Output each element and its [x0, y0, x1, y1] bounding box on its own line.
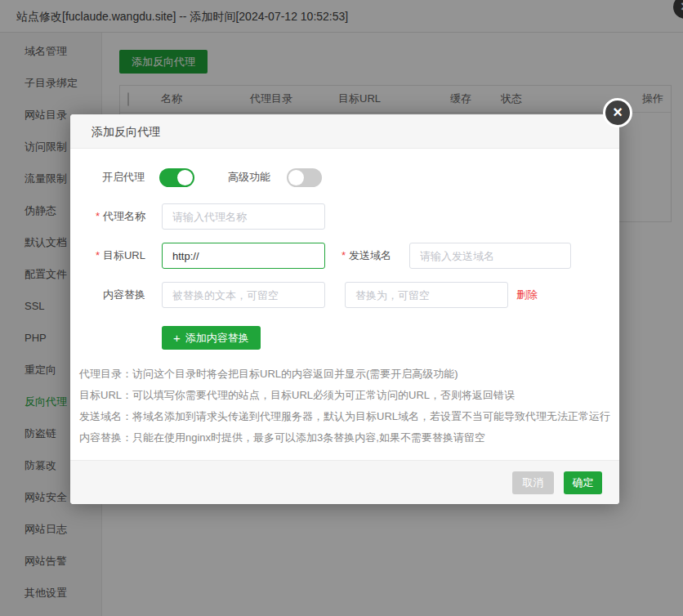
target-url-row: *目标URL *发送域名 [70, 243, 571, 269]
replace-to-input[interactable] [345, 282, 508, 308]
add-replace-label: 添加内容替换 [185, 331, 249, 346]
help-line-replace: 内容替换：只能在使用nginx时提供，最多可以添加3条替换内容,如果不需要替换请… [79, 427, 610, 449]
send-domain-input[interactable] [409, 243, 571, 269]
toggles-row: 开启代理 高级功能 [70, 167, 322, 187]
plus-icon: + [173, 332, 181, 344]
enable-proxy-toggle[interactable] [159, 168, 194, 187]
replace-from-input[interactable] [162, 282, 325, 308]
help-line-target-url: 目标URL：可以填写你需要代理的站点，目标URL必须为可正常访问的URL，否则将… [79, 385, 610, 406]
confirm-button[interactable]: 确定 [564, 471, 602, 494]
target-url-input[interactable] [162, 243, 325, 269]
advanced-feature-label: 高级功能 [228, 170, 270, 185]
required-asterisk: * [96, 210, 100, 222]
proxy-name-label: *代理名称 [70, 209, 145, 224]
proxy-name-row: *代理名称 [70, 203, 325, 230]
help-text-block: 代理目录：访问这个目录时将会把目标URL的内容返回并显示(需要开启高级功能) 目… [79, 364, 610, 449]
site-edit-window: 站点修改[fuclaude.wangdu.site] -- 添加时间[2024-… [0, 0, 683, 616]
content-replace-row: 内容替换 删除 [70, 282, 538, 308]
dialog-title: 添加反向代理 [70, 114, 619, 149]
add-replace-row: + 添加内容替换 [70, 326, 261, 350]
proxy-name-input[interactable] [162, 203, 325, 230]
add-content-replace-button[interactable]: + 添加内容替换 [162, 326, 261, 350]
enable-proxy-label: 开启代理 [102, 170, 145, 185]
advanced-feature-toggle[interactable] [287, 168, 322, 187]
add-reverse-proxy-dialog: 添加反向代理 × 开启代理 高级功能 *代理名称 *目标URL *发送域名 内容… [70, 114, 619, 504]
dialog-close-icon[interactable]: × [603, 98, 632, 127]
required-asterisk: * [342, 249, 346, 261]
delete-replace-link[interactable]: 删除 [516, 288, 538, 302]
content-replace-label: 内容替换 [70, 288, 145, 302]
help-line-send-domain: 发送域名：将域名添加到请求头传递到代理服务器，默认为目标URL域名，若设置不当可… [79, 406, 610, 427]
required-asterisk: * [96, 249, 100, 261]
target-url-label: *目标URL [70, 248, 145, 263]
send-domain-label: *发送域名 [325, 248, 391, 263]
toggle-knob [288, 170, 304, 185]
cancel-button[interactable]: 取消 [512, 471, 554, 494]
help-line-proxy-dir: 代理目录：访问这个目录时将会把目标URL的内容返回并显示(需要开启高级功能) [79, 364, 610, 385]
toggle-knob [177, 170, 193, 185]
dialog-footer: 取消 确定 [70, 460, 619, 504]
